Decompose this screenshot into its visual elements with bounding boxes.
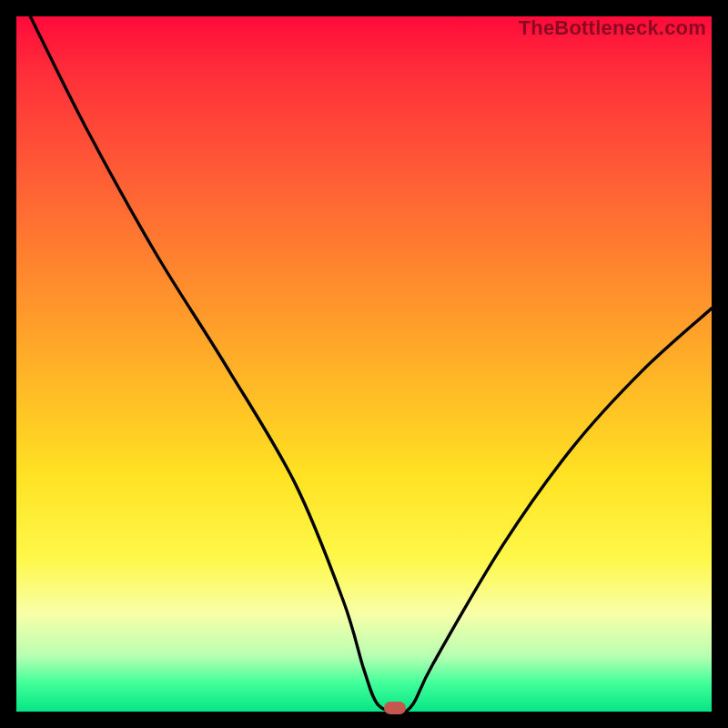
optimal-point-marker <box>384 702 406 714</box>
chart-stage: TheBottleneck.com <box>0 0 728 728</box>
plot-area: TheBottleneck.com <box>16 16 712 712</box>
curve-layer <box>16 16 712 712</box>
bottleneck-curve-path <box>30 16 712 712</box>
